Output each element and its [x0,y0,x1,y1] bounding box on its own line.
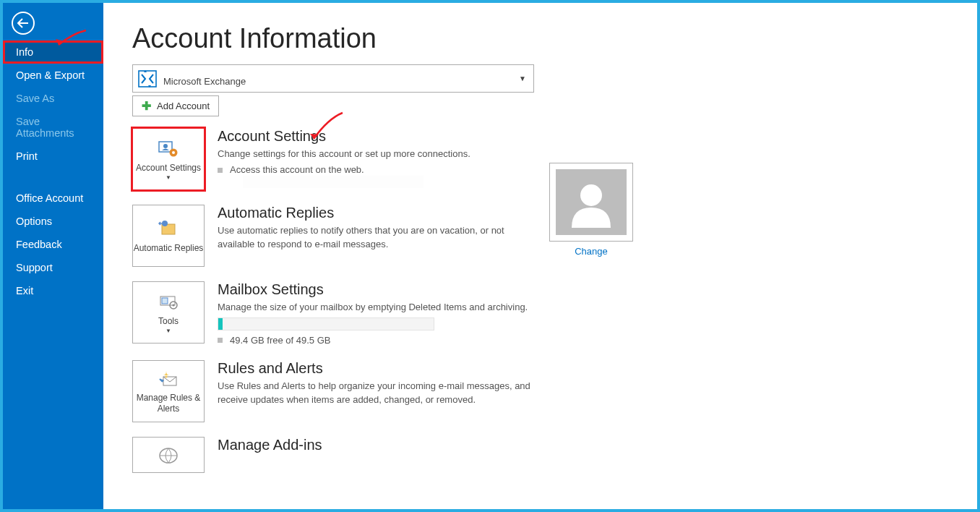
tools-button[interactable]: Tools ▼ [132,281,205,344]
sidebar-item-feedback[interactable]: Feedback [3,233,103,256]
sidebar-item-save-attachments: Save Attachments [3,110,103,145]
sidebar-item-support[interactable]: Support [3,256,103,279]
person-icon [566,177,616,228]
sidebar-item-office-account[interactable]: Office Account [3,187,103,210]
automatic-replies-desc: Use automatic replies to notify others t… [218,224,536,252]
account-dropdown[interactable]: Microsoft Exchange ▼ [132,64,534,93]
sidebar-item-info[interactable]: Info [3,40,103,64]
tools-icon [157,291,180,313]
svg-point-4 [163,144,168,148]
svg-point-15 [166,375,168,377]
web-access-text: Access this account on the web. [230,164,364,175]
mailbox-usage-bar [218,317,434,330]
manage-rules-button-label: Manage Rules & Alerts [133,393,204,414]
main-content: Account Information Microsoft Exchange ▼… [103,3,977,509]
exchange-icon [137,69,158,88]
web-access-url [243,176,424,188]
svg-point-9 [162,221,168,226]
sidebar-item-save-as: Save As [3,87,103,110]
manage-rules-button[interactable]: Manage Rules & Alerts [132,360,205,422]
mailbox-settings-title: Mailbox Settings [218,281,536,298]
manage-addins-title: Manage Add-ins [218,437,536,453]
sidebar-item-exit[interactable]: Exit [3,279,103,302]
bullet-icon [218,168,223,173]
caret-down-icon: ▼ [166,174,171,181]
automatic-replies-title: Automatic Replies [218,205,536,221]
tools-button-label: Tools [158,316,179,327]
bullet-icon [218,338,223,343]
svg-point-7 [580,184,602,206]
avatar-block: Change [549,163,633,257]
back-arrow-icon [17,18,29,28]
account-settings-button-label: Account Settings [136,163,201,174]
automatic-replies-button-label: Automatic Replies [134,243,204,254]
automatic-replies-icon [157,218,180,240]
back-button[interactable] [12,12,35,35]
account-settings-title: Account Settings [218,128,536,145]
sidebar: Info Open & Export Save As Save Attachme… [3,3,103,509]
change-avatar-link[interactable]: Change [549,246,633,257]
section-rules-alerts: Manage Rules & Alerts Rules and Alerts U… [132,360,948,422]
account-type-label: Microsoft Exchange [163,70,519,87]
caret-down-icon: ▼ [519,74,526,82]
section-automatic-replies: Automatic Replies Automatic Replies Use … [132,205,948,267]
section-mailbox-settings: Tools ▼ Mailbox Settings Manage the size… [132,281,948,346]
mailbox-settings-desc: Manage the size of your mailbox by empty… [218,301,536,315]
addins-icon [157,444,180,466]
svg-point-6 [172,151,175,154]
rules-alerts-icon [157,368,180,390]
add-account-button[interactable]: ✚ Add Account [132,95,219,116]
page-title: Account Information [132,23,948,54]
account-settings-button[interactable]: Account Settings ▼ [132,128,205,190]
section-manage-addins: Manage Add-ins [132,437,948,473]
mailbox-usage-fill [218,318,223,330]
sidebar-item-options[interactable]: Options [3,210,103,233]
automatic-replies-button[interactable]: Automatic Replies [132,205,205,267]
account-settings-desc: Change settings for this account or set … [218,148,536,161]
svg-rect-11 [162,298,168,304]
account-settings-icon [157,138,180,160]
section-account-settings: Account Settings ▼ Account Settings Chan… [132,128,948,190]
rules-alerts-title: Rules and Alerts [218,360,536,377]
storage-text: 49.4 GB free of 49.5 GB [230,335,330,346]
sidebar-item-print[interactable]: Print [3,145,103,168]
rules-alerts-desc: Use Rules and Alerts to help organize yo… [218,380,536,407]
svg-point-13 [173,304,175,306]
sidebar-item-open-export[interactable]: Open & Export [3,64,103,87]
avatar [549,163,633,242]
sidebar-menu-secondary: Office Account Options Feedback Support … [3,187,103,302]
svg-rect-0 [139,71,156,87]
sidebar-menu-primary: Info Open & Export Save As Save Attachme… [3,40,103,168]
caret-down-icon: ▼ [166,328,171,334]
add-account-label: Add Account [157,101,210,111]
manage-addins-button[interactable] [132,437,205,473]
plus-icon: ✚ [142,99,151,113]
